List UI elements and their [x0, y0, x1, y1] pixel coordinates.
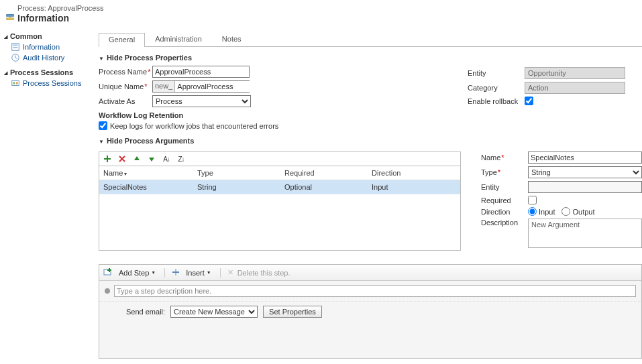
cell-direction: Input: [368, 180, 460, 194]
category-value: Action: [525, 82, 625, 94]
sidebar: Common Information Audit History Process…: [0, 29, 91, 364]
category-label: Category: [468, 84, 525, 92]
sidebar-item-label: Process Sessions: [23, 79, 81, 87]
steps-toolbar: Add Step▼ Insert▼ ✕ Delete this step.: [99, 265, 641, 281]
entity-value: Opportunity: [525, 67, 625, 79]
move-up-icon[interactable]: [131, 154, 142, 164]
form-icon: [11, 42, 20, 52]
arg-direction-label: Direction: [481, 208, 528, 216]
process-name-label: Process Name*: [99, 68, 152, 76]
svg-rect-3: [13, 45, 18, 46]
section-process-arguments[interactable]: Hide Process Arguments: [99, 137, 642, 145]
sidebar-item-information[interactable]: Information: [4, 42, 86, 52]
direction-input-radio[interactable]: [528, 207, 537, 216]
section-process-properties[interactable]: Hide Process Properties: [99, 54, 642, 62]
arg-entity-label: Entity: [481, 183, 528, 191]
unique-name-prefix: new_: [153, 81, 175, 92]
keep-logs-checkbox[interactable]: [99, 121, 107, 130]
arg-name-input[interactable]: [528, 151, 642, 164]
page-title: Information: [17, 13, 69, 23]
svg-rect-13: [107, 269, 111, 271]
insert-icon: [172, 268, 180, 278]
direction-input-label: Input: [539, 208, 555, 216]
enable-rollback-label: Enable rollback: [468, 97, 525, 105]
arg-name-label: Name*: [481, 154, 528, 162]
tab-notes[interactable]: Notes: [212, 32, 252, 46]
delete-step-button: Delete this step.: [237, 269, 290, 277]
add-step-button[interactable]: Add Step▼: [117, 267, 158, 278]
args-toolbar: A↓ Z↓: [99, 151, 461, 166]
process-name-input[interactable]: [152, 66, 250, 78]
keep-logs-label: Keep logs for workflow jobs that encount…: [110, 122, 278, 130]
tab-general[interactable]: General: [99, 33, 145, 47]
move-down-icon[interactable]: [146, 154, 157, 164]
svg-rect-6: [12, 81, 19, 86]
step-bullet-icon: [105, 288, 110, 294]
insert-button[interactable]: Insert▼: [184, 267, 213, 278]
sidebar-item-label: Information: [23, 43, 60, 51]
svg-rect-10: [104, 158, 111, 160]
arguments-grid: Name▾ Type Required Direction SpecialNot…: [99, 166, 461, 251]
sort-desc-icon[interactable]: Z↓: [176, 154, 186, 164]
arg-type-select[interactable]: String: [528, 166, 642, 178]
separator: [220, 268, 221, 278]
col-header-name[interactable]: Name▾: [99, 166, 193, 180]
cell-required: Optional: [280, 180, 368, 194]
sidebar-item-process-sessions[interactable]: Process Sessions: [4, 78, 86, 88]
history-icon: [11, 53, 20, 62]
send-email-select[interactable]: Create New Message: [170, 306, 258, 318]
separator: [164, 268, 165, 278]
sessions-icon: [11, 78, 20, 88]
activate-as-label: Activate As: [99, 97, 152, 105]
grid-header: Name▾ Type Required Direction: [99, 166, 460, 180]
arg-description-textarea[interactable]: [528, 219, 642, 248]
svg-rect-1: [7, 18, 14, 20]
add-step-icon: [103, 267, 113, 278]
process-icon: [5, 13, 15, 23]
set-properties-button[interactable]: Set Properties: [263, 306, 322, 318]
tab-strip: General Administration Notes: [99, 32, 642, 47]
send-email-label: Send email:: [126, 308, 165, 316]
step-row[interactable]: [99, 281, 641, 302]
steps-panel: Add Step▼ Insert▼ ✕ Delete this step. Se…: [99, 264, 642, 359]
svg-rect-4: [13, 47, 18, 48]
add-icon[interactable]: [102, 154, 113, 164]
sidebar-group-common[interactable]: Common: [4, 32, 86, 40]
unique-name-label: Unique Name*: [99, 82, 152, 90]
arg-type-label: Type*: [481, 168, 528, 176]
entity-label: Entity: [468, 69, 525, 77]
col-header-direction[interactable]: Direction: [368, 166, 460, 180]
col-header-required[interactable]: Required: [280, 166, 368, 180]
svg-rect-8: [16, 82, 18, 84]
arg-description-label: Description: [481, 219, 528, 227]
process-line: Process: ApprovalProcess: [17, 4, 637, 12]
direction-output-radio[interactable]: [561, 207, 570, 216]
activate-as-select[interactable]: Process: [152, 95, 251, 107]
cell-name: SpecialNotes: [99, 180, 193, 194]
direction-output-label: Output: [572, 208, 594, 216]
sidebar-group-process-sessions[interactable]: Process Sessions: [4, 68, 86, 76]
svg-rect-7: [13, 82, 15, 84]
sidebar-item-audit-history[interactable]: Audit History: [4, 52, 86, 63]
delete-icon[interactable]: [117, 154, 127, 164]
cell-type: String: [193, 180, 280, 194]
enable-rollback-checkbox[interactable]: [525, 97, 533, 105]
tab-administration[interactable]: Administration: [145, 32, 212, 46]
grid-row[interactable]: SpecialNotes String Optional Input: [99, 180, 460, 194]
svg-rect-0: [7, 15, 14, 17]
workflow-log-retention-title: Workflow Log Retention: [99, 111, 447, 119]
sidebar-item-label: Audit History: [23, 54, 64, 62]
main-panel: General Administration Notes Hide Proces…: [91, 29, 642, 364]
step-description-input[interactable]: [114, 285, 636, 297]
arg-required-label: Required: [481, 196, 528, 204]
col-header-type[interactable]: Type: [193, 166, 280, 180]
arg-entity-input: [528, 181, 642, 193]
delete-step-icon: ✕: [227, 268, 233, 277]
unique-name-input[interactable]: [175, 81, 272, 92]
arg-required-checkbox[interactable]: [528, 196, 537, 204]
page-header: Process: ApprovalProcess Information: [0, 0, 642, 29]
step-send-email: Send email: Create New Message Set Prope…: [99, 302, 641, 358]
sort-asc-icon[interactable]: A↓: [161, 154, 172, 164]
